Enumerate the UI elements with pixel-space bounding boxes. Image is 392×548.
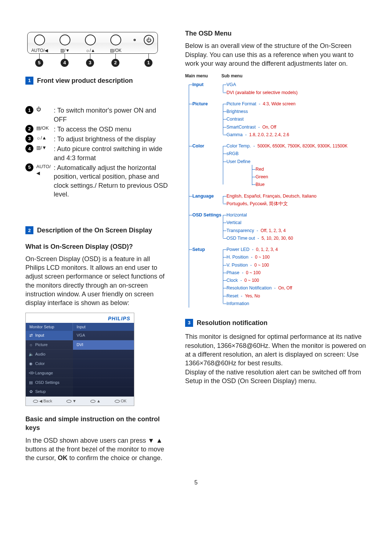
- button-description-list: 1⏻: To switch monitor's power ON and OFF…: [25, 106, 171, 199]
- tree-sub-item: Clock - 0 ~ 100: [226, 277, 367, 284]
- tree-sub-item: DVI (available for selective models): [226, 89, 367, 97]
- section-1-title: Front view product description: [37, 76, 133, 85]
- tree-main-item: OSD Settings: [192, 211, 221, 246]
- basic-instruction-paragraph: In the OSD shown above users can press ▼…: [25, 436, 171, 463]
- tree-nested-item: Green: [256, 173, 367, 181]
- tree-sub-group: Picture Format - 4:3, Wide screenBrightn…: [221, 100, 367, 139]
- tree-sub-group: HorizontalVerticalTransparency - Off, 1,…: [221, 211, 367, 242]
- tree-nested-item: Red: [256, 166, 367, 173]
- tree-sub-item: Vertical: [226, 219, 367, 227]
- tree-sub-item: User Define: [226, 158, 367, 166]
- tree-sub-item: H. Position - 0 ~ 100: [226, 253, 367, 261]
- tree-sub-item: VGA: [226, 81, 367, 89]
- osd-question-heading: What is On-Screen Display (OSD)?: [25, 242, 171, 251]
- page-number: 5: [25, 479, 367, 487]
- button-desc-item: 4▥/▼: Auto picure control switching in w…: [25, 145, 171, 162]
- tree-sub-item: Reset - Yes, No: [226, 292, 367, 300]
- osd-footer-item: OK: [115, 398, 127, 404]
- osd-menu-item: 🔈Audio: [26, 350, 73, 359]
- osd-footer-item: ▼: [66, 398, 77, 404]
- tree-sub-item: sRGB: [226, 150, 367, 158]
- osd-sub-item: DVI: [73, 340, 134, 350]
- tree-sub-item: Phase - 0 ~ 100: [226, 269, 367, 277]
- tree-sub-item: Color Temp. - 5000K, 6500K, 7500K, 8200K…: [226, 142, 367, 150]
- button-desc-item: 3☼/▲: To adjust brightness of the displa…: [25, 135, 171, 143]
- basic-instruction-heading: Basic and simple instruction on the cont…: [25, 415, 171, 433]
- tree-sub-group: VGADVI (available for selective models): [221, 81, 367, 97]
- osd-menu-item: ✿Setup: [26, 387, 73, 397]
- front-panel-diagram: AUTO/◀ ▥/▼ ☼/▲ ▤/OK ⏻: [27, 32, 158, 54]
- osd-menu-item: ◉Color: [26, 359, 73, 369]
- button-desc-item: 2▤/OK: To access the OSD menu: [25, 125, 171, 134]
- tree-main-item: Setup: [192, 246, 221, 311]
- osd-menu-heading: The OSD Menu: [185, 29, 367, 38]
- tree-main-item: Input: [192, 81, 221, 100]
- tree-sub-item: Brightness: [226, 108, 367, 115]
- tree-sub-item: OSD Time out - 5, 10, 20, 30, 60: [226, 235, 367, 242]
- tree-sub-group: Power LED - 0, 1, 2, 3, 4H. Position - 0…: [221, 246, 367, 308]
- tree-sub-item: Picture Format - 4:3, Wide screen: [226, 100, 367, 108]
- section-2-title: Description of the On Screen Display: [37, 226, 152, 235]
- tree-headers: Main menu Sub menu: [185, 73, 367, 79]
- tree-nested-item: Blue: [256, 181, 367, 188]
- diagram-pointers: 5 4 3 2 1: [27, 54, 158, 68]
- section-1-heading: 1 Front view product description: [25, 76, 171, 85]
- tree-main-item: Language: [192, 192, 221, 212]
- button-desc-item: 5AUTO/◀: Automatically adjust the horizo…: [25, 163, 171, 199]
- section-2-heading: 2 Description of the On Screen Display: [25, 226, 171, 235]
- power-icon: ⏻: [144, 35, 154, 45]
- tree-sub-item: Power LED - 0, 1, 2, 3, 4: [226, 246, 367, 253]
- osd-intro-paragraph: On-Screen Display (OSD) is a feature in …: [25, 255, 171, 308]
- resolution-paragraph: This monitor is designed for optimal per…: [185, 332, 367, 385]
- tree-sub-item: V. Position - 0 ~ 100: [226, 261, 367, 269]
- tree-sub-item: Transparency - Off, 1, 2, 3, 4: [226, 227, 367, 235]
- osd-menu-intro: Below is an overall view of the structur…: [185, 41, 367, 68]
- tree-main-item: Color: [192, 142, 221, 192]
- osd-menu-item: ᐊᐅLanguage: [26, 369, 73, 378]
- section-3-heading: 3 Resolution notification: [185, 318, 367, 327]
- philips-logo: PHILIPS: [108, 315, 130, 322]
- button-desc-item: 1⏻: To switch monitor's power ON and OFF: [25, 106, 171, 124]
- tree-sub-item: Information: [226, 300, 367, 308]
- tree-sub-group: Color Temp. - 5000K, 6500K, 7500K, 8200K…: [221, 142, 367, 189]
- tree-main-item: Picture: [192, 100, 221, 142]
- osd-footer-item: ◀ Back: [33, 398, 52, 404]
- osd-menu-item: ⇄Input: [26, 331, 73, 340]
- osd-menu-item: ☼Picture: [26, 340, 73, 350]
- tree-sub-item: Gamma - 1.8, 2.0, 2.2, 2.4, 2.6: [226, 131, 367, 139]
- tree-sub-item: Horizontal: [226, 211, 367, 219]
- osd-footer-item: ▲: [90, 398, 101, 404]
- section-3-title: Resolution notification: [197, 318, 268, 327]
- osd-screenshot: PHILIPS Monitor Setup Input ⇄Input☼Pictu…: [25, 313, 134, 406]
- osd-menu-item: ▤OSD Settings: [26, 378, 73, 387]
- tree-sub-item: Resolution Notification - On, Off: [226, 284, 367, 292]
- tree-sub-item: SmartContrast - On, Off: [226, 123, 367, 131]
- tree-sub-item: Português, Русский, 简体中文: [226, 200, 367, 208]
- tree-sub-item: Contrast: [226, 115, 367, 123]
- osd-sub-item: VGA: [73, 331, 134, 340]
- osd-menu-tree: InputPictureColorLanguageOSD SettingsSet…: [185, 81, 367, 311]
- tree-sub-group: English, Español, Français, Deutsch, Ita…: [221, 192, 367, 208]
- tree-sub-item: English, Español, Français, Deutsch, Ita…: [226, 192, 367, 200]
